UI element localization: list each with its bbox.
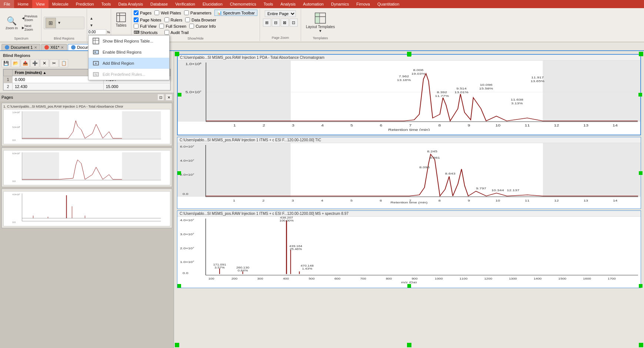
spectrum-toolbar-button[interactable]: 📊 Spectrum Toolbar <box>214 10 257 16</box>
full-view-checkbox-label[interactable]: Full View <box>134 24 156 28</box>
well-plates-checkbox-label[interactable]: Well Plates <box>154 10 181 16</box>
svg-rect-0 <box>117 13 126 22</box>
full-screen-checkbox-label[interactable]: Full Screen <box>159 24 186 28</box>
page-thumb-2[interactable]: 6.0×10⁷ 0.0 <box>1 148 172 187</box>
export-button[interactable]: 📤 <box>21 59 30 67</box>
menu-analysis[interactable]: Analysis <box>277 0 299 8</box>
menu-home[interactable]: Home <box>14 0 32 8</box>
handle-top-center[interactable] <box>407 52 411 56</box>
svg-text:+: + <box>95 61 97 65</box>
handle-chart1-left[interactable] <box>178 93 181 97</box>
handle-chart3-right-bottom[interactable] <box>639 284 643 288</box>
menu-tools2[interactable]: Tools <box>260 0 277 8</box>
rulers-checkbox-label[interactable]: Rulers <box>164 17 183 22</box>
pages-checkbox-label[interactable]: Pages <box>134 10 151 16</box>
tables-button[interactable]: Tables <box>113 10 129 28</box>
svg-text:10.096: 10.096 <box>480 83 493 87</box>
svg-text:13: 13 <box>584 199 588 202</box>
data-browser-checkbox[interactable] <box>185 17 190 22</box>
handle-bottom-right[interactable] <box>639 343 643 347</box>
svg-text:13: 13 <box>583 124 588 127</box>
tab-document1[interactable]: Document 1 ✕ <box>1 44 40 50</box>
add-button[interactable]: ➕ <box>30 59 39 67</box>
zoom-icon-3[interactable]: ⊠ <box>281 18 289 27</box>
menu-chemometrics[interactable]: Chemometrics <box>226 0 260 8</box>
menu-prediction[interactable]: Prediction <box>72 0 98 8</box>
shortcuts-button[interactable]: ⌨ Shortcuts <box>134 30 157 35</box>
delete-button[interactable]: ✕ <box>40 59 49 67</box>
page-notes-checkbox[interactable] <box>134 17 139 22</box>
zoom-icon-1[interactable]: ⊞ <box>263 18 271 27</box>
tab-x61-icon <box>44 45 49 50</box>
row-2-from[interactable]: 12.430 <box>13 83 104 90</box>
pages-restore-button[interactable]: ⊡ <box>157 94 164 101</box>
paste-button[interactable]: 📋 <box>59 59 68 67</box>
svg-text:0.0: 0.0 <box>13 221 16 223</box>
menu-quantitation[interactable]: Quantitation <box>374 0 403 8</box>
open-button[interactable]: 📂 <box>11 59 20 67</box>
full-screen-checkbox[interactable] <box>159 24 164 28</box>
menu-elucidation[interactable]: Elucidation <box>199 0 226 8</box>
previous-zoom-button[interactable]: ◀ PreviousZoom <box>20 14 39 23</box>
menu-file[interactable]: File <box>0 0 14 8</box>
add-blind-region-item[interactable]: + Add Blind Region <box>89 58 169 69</box>
audit-trail-checkbox-label[interactable]: Audit Trail <box>164 30 189 35</box>
parameters-checkbox[interactable] <box>184 10 189 15</box>
menu-view[interactable]: View <box>32 0 49 8</box>
menu-database[interactable]: Database <box>147 0 171 8</box>
svg-rect-21 <box>22 111 59 139</box>
blind-regions-dropdown-button[interactable]: ⊞ ▼ <box>44 17 84 29</box>
show-blind-regions-table-item[interactable]: Show Blind Regions Table... <box>89 36 169 47</box>
menubar: File Home View Molecule Prediction Tools… <box>0 0 644 8</box>
zoom-icon-2[interactable]: ⊟ <box>272 18 280 27</box>
page-zoom-select[interactable]: Entire Page 50% 100% 200% <box>265 10 296 17</box>
handle-top-left[interactable] <box>175 52 179 56</box>
zoom-value-input[interactable] <box>88 29 106 35</box>
enable-blind-regions-item[interactable]: Enable Blind Regions <box>89 47 169 58</box>
tab-x61[interactable]: X61* ✕ <box>41 44 67 50</box>
page-notes-checkbox-label[interactable]: Page Notes <box>134 17 161 22</box>
add-selection-button[interactable]: ▲ <box>88 15 103 21</box>
cursor-info-checkbox-label[interactable]: Cursor Info <box>189 24 216 28</box>
menu-automation[interactable]: Automation <box>299 0 327 8</box>
handle-bottom-left[interactable] <box>175 343 179 347</box>
handle-chart3-left-bottom[interactable] <box>177 284 181 288</box>
chart-tic: C:\Users\pablo...SI MSMS_pos.RAW Injecti… <box>177 137 641 209</box>
audit-trail-checkbox[interactable] <box>164 30 169 35</box>
menu-dynamics[interactable]: Dynamics <box>327 0 353 8</box>
page-thumb-3[interactable]: 4.0×10⁷ 0.0 <box>1 189 172 228</box>
remove-selection-icon: ▼ <box>90 23 93 27</box>
handle-top-right[interactable] <box>639 52 643 56</box>
rulers-checkbox[interactable] <box>164 17 169 22</box>
zoom-in-button[interactable]: 🔍 Zoom In <box>4 15 20 31</box>
tab-x61-close[interactable]: ✕ <box>61 45 64 50</box>
zoom-icon-4[interactable]: ⊡ <box>290 18 298 27</box>
save-button[interactable]: 💾 <box>1 59 10 67</box>
cut-button[interactable]: ✂ <box>50 59 59 67</box>
remove-selection-button[interactable]: ▼ <box>88 22 103 28</box>
menu-tools[interactable]: Tools <box>98 0 115 8</box>
full-view-checkbox[interactable] <box>134 24 139 28</box>
parameters-checkbox-label[interactable]: Parameters <box>184 10 211 16</box>
handle-chart3-bottom-center[interactable] <box>407 284 411 288</box>
menu-data-analysis[interactable]: Data Analysis <box>114 0 147 8</box>
data-browser-checkbox-label[interactable]: Data Browser <box>185 17 216 22</box>
layout-templates-button[interactable]: Layout Templates ▼ <box>304 10 337 34</box>
handle-bottom-center[interactable] <box>407 343 411 347</box>
svg-text:9.514: 9.514 <box>456 87 467 90</box>
page-thumb-1[interactable]: 1. C:\Users\pablo...SI MSMS_pos.RAW Inje… <box>1 103 172 146</box>
handle-chart1-right[interactable] <box>638 93 642 97</box>
tab-document1-close[interactable]: ✕ <box>34 45 37 50</box>
menu-verification[interactable]: Verification <box>171 0 199 8</box>
handle-chart2-left[interactable] <box>177 171 181 175</box>
handle-chart2-right[interactable] <box>639 171 643 175</box>
row-2-to[interactable]: 15.000 <box>103 83 170 90</box>
menu-molecule[interactable]: Molecule <box>49 0 72 8</box>
well-plates-checkbox[interactable] <box>154 10 159 15</box>
pages-checkbox[interactable] <box>134 10 139 15</box>
cursor-info-checkbox[interactable] <box>189 24 194 28</box>
pages-close-button[interactable]: ✕ <box>166 94 172 101</box>
next-zoom-button[interactable]: ▶ NextZoom <box>20 23 39 32</box>
menu-firnova[interactable]: Firnova <box>353 0 374 8</box>
chart-ms-area: 4.0×10⁷ 3.0×10⁷ 2.0×10⁷ 1.0×10⁷ 0.0 100 … <box>177 217 641 283</box>
